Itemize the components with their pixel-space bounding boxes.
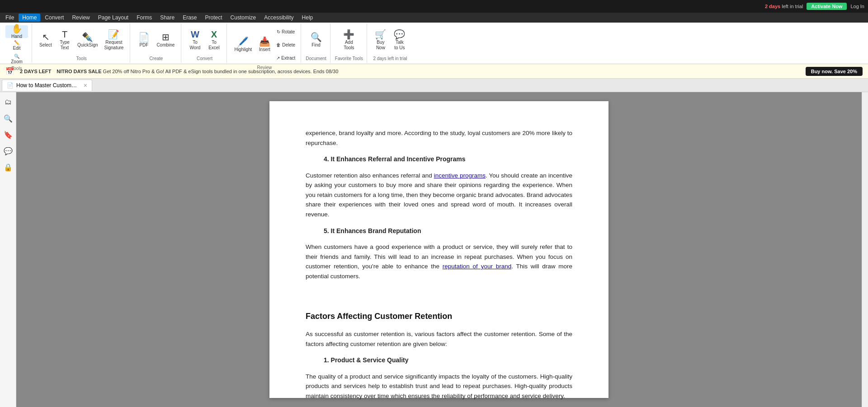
combine-button[interactable]: ⊞ Combine: [154, 27, 177, 54]
combine-icon: ⊞: [162, 33, 170, 42]
extract-icon: ↗ Extract: [276, 56, 295, 61]
tools2-group-label: Tools: [76, 55, 87, 61]
menu-accessibility[interactable]: Accessibility: [260, 14, 297, 22]
promo-bar: 📅 2 DAYS LEFT NITRO DAYS SALE Get 20% of…: [0, 64, 868, 79]
word-icon: W: [191, 30, 199, 39]
menu-home[interactable]: Home: [19, 14, 40, 22]
to-excel-label: ToExcel: [208, 40, 219, 51]
sidebar-signature-icon[interactable]: 🔒: [2, 161, 14, 173]
excel-icon: X: [211, 30, 217, 39]
document-group-label: Document: [306, 55, 326, 61]
ribbon-group-document: 🔍 Find Document: [302, 23, 330, 63]
incentive-programs-link[interactable]: incentive programs: [434, 172, 486, 179]
reputation-link[interactable]: reputation of your brand: [443, 263, 511, 270]
heading-5: 5. It Enhances Brand Reputation: [306, 226, 572, 236]
tools2-items: ↖ Select T TypeText ✒️ QuickSign 📝 Reque…: [37, 25, 126, 55]
menu-forms[interactable]: Forms: [133, 14, 156, 22]
insert-button[interactable]: 📥 Insert: [255, 31, 274, 58]
highlight-icon: 🖊️: [237, 37, 249, 46]
right-scroll-bar: [862, 92, 868, 407]
document-tab[interactable]: 📄 How to Master Customer Retention ... ×: [2, 80, 92, 91]
promo-sale-label: NITRO DAYS SALE: [57, 69, 101, 74]
type-icon: T: [62, 30, 67, 39]
create-group-label: Create: [149, 55, 163, 61]
promo-buy-button[interactable]: Buy now. Save 20%: [806, 67, 863, 76]
type-text-button[interactable]: T TypeText: [56, 27, 74, 54]
delete-button[interactable]: 🗑 Delete: [274, 38, 297, 51]
edit-label: Edit: [13, 46, 20, 51]
create-items: 📄 PDF ⊞ Combine: [135, 25, 177, 55]
edit-tool-button[interactable]: ✏️ Edit: [5, 39, 28, 51]
menu-share[interactable]: Share: [156, 14, 178, 22]
zoom-label: Zoom: [11, 59, 23, 64]
request-sig-icon: 📝: [108, 30, 119, 39]
activate-now-button[interactable]: Activate Now: [807, 3, 847, 10]
select-button[interactable]: ↖ Select: [37, 27, 55, 54]
find-icon: 🔍: [311, 33, 322, 42]
menu-help[interactable]: Help: [298, 14, 317, 22]
quicksign-label: QuickSign: [77, 42, 98, 48]
convert-group-label: Convert: [197, 55, 212, 61]
menu-customize[interactable]: Customize: [227, 14, 260, 22]
hand-icon: ✋: [11, 24, 23, 33]
pdf-button[interactable]: 📄 PDF: [135, 27, 153, 54]
find-label: Find: [311, 42, 320, 48]
ribbon-group-review: 🖊️ Highlight 📥 Insert ↻ Rotate 🗑 Delete …: [228, 23, 301, 63]
ribbon-group-create: 📄 PDF ⊞ Combine Create: [131, 23, 181, 63]
buy-now-button[interactable]: 🛒 BuyNow: [372, 27, 390, 54]
login-button[interactable]: Log In: [850, 4, 864, 9]
ribbon-group-tools2: ↖ Select T TypeText ✒️ QuickSign 📝 Reque…: [33, 23, 130, 63]
ribbon: ✋ Hand ✏️ Edit 🔍 Zoom Tools ↖ Select: [0, 23, 868, 64]
to-word-label: ToWord: [190, 40, 201, 51]
pdf-page: experience, brand loyalty and more. Acco…: [269, 101, 609, 398]
factor1-para: The quality of a product and service sig…: [306, 372, 572, 401]
para-4a: Customer retention also enhances referra…: [306, 171, 572, 220]
trial-remaining: left in trial: [782, 4, 803, 9]
talk-to-us-button[interactable]: 💬 Talkto Us: [391, 27, 409, 54]
sidebar-annotation-icon[interactable]: 💬: [2, 145, 14, 157]
ribbon-group-trial: 🛒 BuyNow 💬 Talkto Us 2 days left in tria…: [368, 23, 412, 63]
sidebar-bookmark-icon[interactable]: 🔖: [2, 128, 14, 141]
spacer: [306, 287, 572, 301]
doc-tab-label: How to Master Customer Retention ...: [16, 82, 79, 89]
factor1-heading: 1. Product & Service Quality: [306, 355, 572, 365]
ribbon-group-favorites: ➕ AddTools Favorite Tools: [331, 23, 367, 63]
trial-info: 2 days left in trial: [765, 4, 803, 9]
request-signature-button[interactable]: 📝 RequestSignature: [102, 27, 127, 54]
favorites-group-label: Favorite Tools: [335, 55, 363, 61]
delete-icon: 🗑 Delete: [276, 42, 295, 47]
highlight-button[interactable]: 🖊️ Highlight: [231, 31, 255, 58]
section-heading-factors: Factors Affecting Customer Retention: [306, 310, 572, 323]
to-word-button[interactable]: W ToWord: [186, 27, 204, 54]
quicksign-button[interactable]: ✒️ QuickSign: [75, 27, 101, 54]
find-button[interactable]: 🔍 Find: [307, 27, 325, 54]
zoom-tool-button[interactable]: 🔍 Zoom: [5, 52, 28, 65]
menu-convert[interactable]: Convert: [41, 14, 67, 22]
document-items: 🔍 Find: [307, 25, 325, 55]
para-5a: When customers have a good experience wi…: [306, 242, 572, 281]
section-para-factors: As successful as customer retention is, …: [306, 329, 572, 349]
document-area[interactable]: experience, brand loyalty and more. Acco…: [16, 92, 862, 407]
top-bar: 2 days left in trial Activate Now Log In: [0, 0, 868, 13]
tab-close-button[interactable]: ×: [84, 82, 87, 89]
menu-erase[interactable]: Erase: [179, 14, 200, 22]
menu-file[interactable]: File: [2, 14, 18, 22]
add-tools-button[interactable]: ➕ AddTools: [340, 27, 358, 54]
quicksign-icon: ✒️: [82, 33, 93, 42]
buy-now-label: BuyNow: [376, 40, 385, 51]
sidebar-search-icon[interactable]: 🔍: [2, 112, 14, 125]
convert-items: W ToWord X ToExcel: [186, 25, 223, 55]
extract-button[interactable]: ↗ Extract: [274, 51, 297, 64]
sidebar-thumbnail-icon[interactable]: 🗂: [2, 96, 14, 108]
trial-group-label: 2 days left in trial: [373, 55, 407, 61]
menu-page-layout[interactable]: Page Layout: [94, 14, 132, 22]
rotate-delete-extract-group: ↻ Rotate 🗑 Delete ↗ Extract: [274, 25, 297, 64]
menu-review[interactable]: Review: [68, 14, 93, 22]
menu-protect[interactable]: Protect: [202, 14, 226, 22]
rotate-button[interactable]: ↻ Rotate: [274, 25, 297, 38]
para-experience: experience, brand loyalty and more. Acco…: [306, 128, 572, 148]
hand-tool-button[interactable]: ✋ Hand: [5, 25, 28, 38]
talk-icon: 💬: [394, 30, 405, 39]
to-excel-button[interactable]: X ToExcel: [205, 27, 223, 54]
review-items: 🖊️ Highlight 📥 Insert ↻ Rotate 🗑 Delete …: [231, 25, 297, 64]
